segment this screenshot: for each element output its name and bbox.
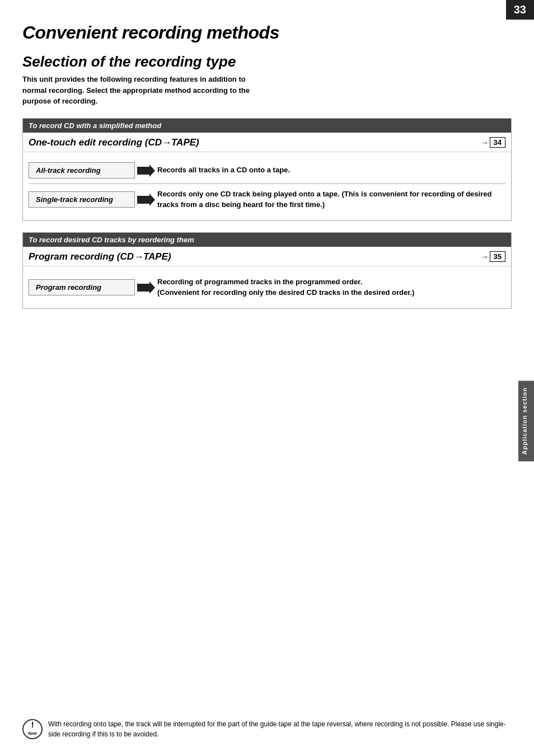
page-ref-1: →35 — [481, 251, 505, 262]
intro-text: This unit provides the following recordi… — [22, 74, 257, 107]
page-ref-arrow-1: → — [481, 252, 489, 261]
arrow-svg-0-0 — [137, 165, 155, 177]
svg-marker-1 — [137, 194, 155, 206]
sub-heading-title-0: One-touch edit recording (CD→TAPE) — [29, 137, 199, 148]
recording-item-row-0-1: Single-track recordingRecords only one C… — [29, 184, 505, 215]
note-section: ! Note With recording onto tape, the tra… — [22, 719, 512, 739]
page-number: 33 — [514, 3, 526, 16]
blocks-container: To record CD with a simplified methodOne… — [22, 118, 512, 309]
item-arrow-icon-0-0 — [135, 163, 157, 177]
svg-marker-0 — [137, 165, 155, 177]
note-icon: ! Note — [22, 719, 43, 739]
note-text: With recording onto tape, the track will… — [48, 719, 512, 739]
svg-text:Note: Note — [28, 731, 37, 735]
svg-text:!: ! — [31, 720, 34, 729]
item-arrow-icon-1-0 — [135, 280, 157, 294]
application-section-tab: Application section — [518, 381, 534, 461]
item-label-0-1: Single-track recording — [29, 191, 135, 208]
item-label-1-0: Program recording — [29, 279, 135, 295]
page-ref-box-0: 34 — [490, 137, 505, 148]
section-title: Selection of the recording type — [22, 53, 512, 71]
arrow-svg-0-1 — [137, 194, 155, 206]
recording-items-0: All-track recordingRecords all tracks in… — [23, 152, 511, 220]
page-ref-arrow-0: → — [481, 138, 489, 147]
page-container: 33 Convenient recording methods Selectio… — [0, 0, 534, 756]
svg-marker-2 — [137, 281, 155, 294]
page-ref-0: →34 — [481, 137, 505, 148]
sub-heading-row-1: Program recording (CD→TAPE)→35 — [23, 247, 511, 266]
item-arrow-icon-0-1 — [135, 192, 157, 206]
recording-item-row-1-0: Program recordingRecording of programmed… — [29, 272, 505, 303]
recording-block-0: To record CD with a simplified methodOne… — [22, 118, 512, 221]
item-label-0-0: All-track recording — [29, 162, 135, 179]
item-description-0-1: Records only one CD track being played o… — [157, 189, 505, 210]
arrow-svg-1-0 — [137, 281, 155, 294]
note-icon-svg: ! Note — [22, 719, 43, 739]
page-number-tab: 33 — [506, 0, 534, 20]
item-description-0-0: Records all tracks in a CD onto a tape. — [157, 165, 505, 176]
block-header-1: To record desired CD tracks by reorderin… — [23, 233, 511, 247]
item-description-1-0: Recording of programmed tracks in the pr… — [157, 276, 505, 298]
sub-heading-title-1: Program recording (CD→TAPE) — [29, 251, 171, 262]
main-title: Convenient recording methods — [22, 22, 512, 43]
block-header-0: To record CD with a simplified method — [23, 119, 511, 133]
page-ref-box-1: 35 — [490, 251, 505, 262]
recording-block-1: To record desired CD tracks by reorderin… — [22, 232, 512, 309]
sub-heading-row-0: One-touch edit recording (CD→TAPE)→34 — [23, 133, 511, 152]
recording-item-row-0-0: All-track recordingRecords all tracks in… — [29, 158, 505, 184]
recording-items-1: Program recordingRecording of programmed… — [23, 266, 511, 308]
